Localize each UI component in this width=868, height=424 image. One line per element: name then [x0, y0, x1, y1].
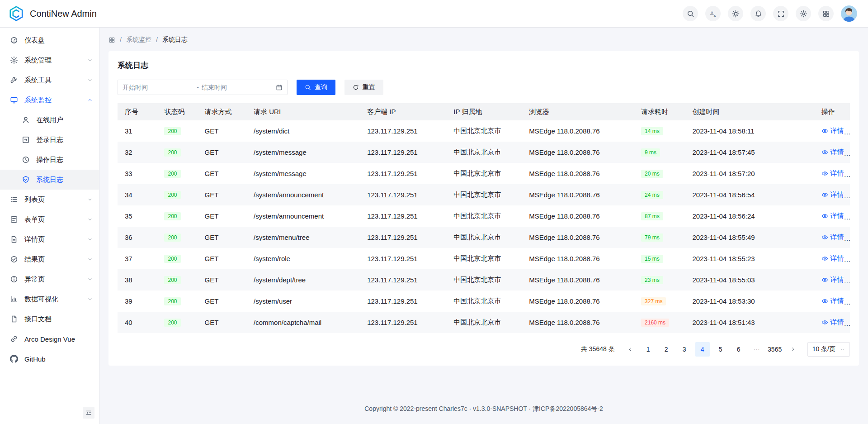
translate-icon: 文A: [709, 10, 717, 18]
chart-icon: [10, 295, 18, 303]
cell-no: 34: [118, 184, 157, 205]
fullscreen-button[interactable]: [773, 6, 788, 21]
pagination-page-3[interactable]: 3: [677, 342, 692, 357]
cell-ip: 123.117.129.251: [360, 163, 446, 184]
sidebar-item-result-page[interactable]: 结果页: [0, 249, 99, 269]
cell-ip: 123.117.129.251: [360, 120, 446, 142]
sidebar-item-system-tools[interactable]: 系统工具: [0, 70, 99, 90]
link-icon: [10, 335, 18, 343]
sidebar-item-login-logs[interactable]: 登录日志: [0, 130, 99, 150]
sidebar-item-online-users[interactable]: 在线用户: [0, 110, 99, 130]
pagination-page-3565[interactable]: 3565: [768, 342, 782, 357]
sidebar-item-exception-page[interactable]: 异常页: [0, 269, 99, 289]
sidebar-item-api-docs[interactable]: 接口文档: [0, 309, 99, 329]
pagination-prev-button[interactable]: [623, 342, 637, 357]
tool-icon: [10, 76, 18, 84]
pagination-ellipsis[interactable]: ···: [750, 342, 764, 357]
cell-browser: MSEdge 118.0.2088.76: [522, 205, 634, 227]
sidebar-item-system-monitor[interactable]: 系统监控: [0, 90, 99, 110]
status-badge: 200: [164, 319, 180, 327]
cell-ip: 123.117.129.251: [360, 248, 446, 269]
sidebar-item-github[interactable]: GitHub: [0, 349, 99, 369]
refresh-icon: [353, 84, 359, 91]
eye-icon: [821, 170, 828, 177]
sidebar-item-system-logs[interactable]: 系统日志: [0, 170, 99, 190]
chevron-down-icon: [87, 197, 93, 202]
sidebar-menu: 仪表盘系统管理系统工具系统监控在线用户登录日志操作日志系统日志列表页表单页详情页…: [0, 30, 99, 369]
sidebar-item-label: 结果页: [24, 255, 45, 264]
detail-link[interactable]: 详情: [821, 233, 844, 242]
check-circle-icon: [10, 255, 18, 263]
detail-link[interactable]: 详情: [821, 297, 844, 305]
avatar[interactable]: [841, 5, 857, 22]
pagination-next-button[interactable]: [786, 342, 800, 357]
header-icon-group: 文A: [683, 6, 834, 21]
table-row: 36200GET/system/menu/tree123.117.129.251…: [118, 227, 850, 248]
cell-ip: 123.117.129.251: [360, 227, 446, 248]
detail-link[interactable]: 详情: [821, 318, 844, 327]
detail-link[interactable]: 详情: [821, 169, 844, 178]
detail-link[interactable]: 详情: [821, 148, 844, 157]
detail-link[interactable]: 详情: [821, 254, 844, 263]
sidebar-item-dashboard[interactable]: 仪表盘: [0, 30, 99, 50]
cell-ip: 123.117.129.251: [360, 142, 446, 163]
status-badge: 200: [164, 212, 180, 220]
cell-created: 2023-11-04 18:55:49: [685, 227, 814, 248]
reset-button[interactable]: 重置: [344, 80, 383, 95]
chevron-down-icon: [87, 257, 93, 262]
table-row: 33200GET/system/message123.117.129.251中国…: [118, 163, 850, 184]
sidebar-item-arco-design-vue[interactable]: Arco Design Vue: [0, 329, 99, 349]
sidebar-item-detail-page[interactable]: 详情页: [0, 229, 99, 249]
status-badge: 200: [164, 148, 180, 157]
logo[interactable]: ContiNew Admin: [8, 5, 97, 22]
cell-ip: 123.117.129.251: [360, 291, 446, 312]
status-badge: 200: [164, 255, 180, 263]
sidebar-item-system-management[interactable]: 系统管理: [0, 50, 99, 70]
apps-grid-icon[interactable]: [108, 37, 115, 43]
monitor-icon: [10, 96, 18, 104]
settings-button[interactable]: [796, 6, 811, 21]
pagination-page-5[interactable]: 5: [713, 342, 728, 357]
pagination-page-1[interactable]: 1: [641, 342, 656, 357]
sidebar-item-data-visualization[interactable]: 数据可视化: [0, 289, 99, 309]
info-circle-icon: [10, 275, 18, 283]
apps-button[interactable]: [818, 6, 834, 21]
notifications-button[interactable]: [750, 6, 766, 21]
pagination-page-4[interactable]: 4: [695, 342, 710, 357]
table-body: 31200GET/system/dict123.117.129.251中国北京北…: [118, 120, 850, 333]
cell-uri: /common/captcha/mail: [246, 312, 360, 333]
detail-link[interactable]: 详情: [821, 127, 844, 135]
detail-link[interactable]: 详情: [821, 212, 844, 220]
pagination-page-6[interactable]: 6: [731, 342, 746, 357]
sidebar-item-label: 数据可视化: [24, 295, 58, 304]
search-button[interactable]: 查询: [297, 80, 335, 95]
translate-button[interactable]: 文A: [705, 6, 721, 21]
sidebar-item-label: 仪表盘: [24, 36, 45, 45]
detail-link[interactable]: 详情: [821, 191, 844, 199]
sidebar-item-label: 接口文档: [24, 315, 52, 324]
eye-icon: [821, 234, 828, 241]
sidebar-item-form-page[interactable]: 表单页: [0, 210, 99, 229]
search-button[interactable]: [683, 6, 698, 21]
detail-link[interactable]: 详情: [821, 276, 844, 284]
theme-button[interactable]: [728, 6, 743, 21]
cell-uri: /system/announcement: [246, 205, 360, 227]
eye-icon: [821, 213, 828, 219]
date-range-picker[interactable]: -: [118, 80, 288, 95]
settings-icon: [10, 56, 18, 64]
duration-badge: 79 ms: [641, 233, 663, 242]
pagination-page-2[interactable]: 2: [659, 342, 674, 357]
sidebar-collapse-button[interactable]: [83, 407, 94, 419]
page-size-select[interactable]: 10 条/页: [807, 342, 850, 357]
sidebar-item-list-page[interactable]: 列表页: [0, 190, 99, 210]
start-date-input[interactable]: [123, 84, 194, 91]
sidebar-item-operation-logs[interactable]: 操作日志: [0, 150, 99, 170]
cell-method: GET: [198, 120, 247, 142]
breadcrumb-item-monitor[interactable]: 系统监控: [126, 36, 151, 44]
footer: Copyright © 2022-present Charles7c · v1.…: [99, 393, 868, 424]
settings-icon: [800, 10, 807, 18]
doc-icon: [10, 315, 18, 323]
end-date-input[interactable]: [202, 84, 273, 91]
cell-method: GET: [198, 227, 247, 248]
cell-location: 中国北京北京市: [446, 291, 522, 312]
